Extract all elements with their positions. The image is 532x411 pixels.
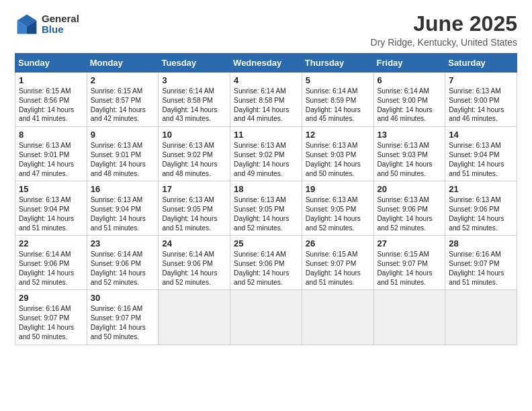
cell-line: and 44 minutes. bbox=[234, 114, 298, 124]
cell-line: and 50 minutes. bbox=[91, 332, 155, 342]
day-number: 13 bbox=[378, 130, 442, 140]
calendar-week-row: 29Sunrise: 6:16 AMSunset: 9:07 PMDayligh… bbox=[15, 290, 517, 345]
day-number: 17 bbox=[162, 184, 226, 194]
cell-line: Daylight: 14 hours bbox=[378, 214, 442, 224]
cell-line: Sunset: 9:07 PM bbox=[449, 259, 513, 269]
col-monday: Monday bbox=[87, 54, 159, 73]
table-cell: 7Sunrise: 6:13 AMSunset: 9:00 PMDaylight… bbox=[445, 73, 517, 127]
cell-line: Sunrise: 6:13 AM bbox=[306, 141, 370, 150]
table-cell: 8Sunrise: 6:13 AMSunset: 9:01 PMDaylight… bbox=[15, 127, 87, 181]
table-cell bbox=[302, 290, 373, 345]
cell-line: Sunset: 8:57 PM bbox=[91, 96, 155, 105]
main-title: June 2025 bbox=[371, 12, 517, 36]
cell-line: Sunrise: 6:16 AM bbox=[91, 304, 155, 314]
cell-line: and 52 minutes. bbox=[91, 278, 155, 287]
col-saturday: Saturday bbox=[445, 54, 517, 73]
day-number: 20 bbox=[378, 184, 442, 194]
cell-line: Daylight: 14 hours bbox=[162, 160, 226, 169]
table-cell: 28Sunrise: 6:16 AMSunset: 9:07 PMDayligh… bbox=[445, 236, 517, 290]
day-number: 4 bbox=[234, 75, 298, 85]
table-cell: 23Sunrise: 6:14 AMSunset: 9:06 PMDayligh… bbox=[87, 236, 159, 290]
cell-line: and 50 minutes. bbox=[378, 169, 442, 179]
day-number: 23 bbox=[91, 238, 155, 248]
day-number: 19 bbox=[306, 184, 370, 194]
cell-line: Sunset: 9:06 PM bbox=[449, 205, 513, 214]
cell-line: Sunset: 9:02 PM bbox=[162, 150, 226, 160]
table-cell bbox=[230, 290, 302, 345]
cell-line: Sunrise: 6:13 AM bbox=[19, 141, 83, 150]
cell-line: Sunset: 9:03 PM bbox=[378, 150, 442, 160]
cell-line: Sunset: 9:05 PM bbox=[306, 205, 370, 214]
table-cell: 20Sunrise: 6:13 AMSunset: 9:06 PMDayligh… bbox=[373, 181, 445, 236]
table-cell: 14Sunrise: 6:13 AMSunset: 9:04 PMDayligh… bbox=[445, 127, 517, 181]
calendar-week-row: 22Sunrise: 6:14 AMSunset: 9:06 PMDayligh… bbox=[15, 236, 517, 290]
cell-line: and 51 minutes. bbox=[162, 224, 226, 233]
logo-general-text: General bbox=[42, 13, 79, 25]
cell-line: Sunrise: 6:13 AM bbox=[378, 141, 442, 150]
cell-line: Sunset: 9:06 PM bbox=[91, 259, 155, 269]
day-number: 6 bbox=[378, 75, 442, 85]
cell-line: and 51 minutes. bbox=[91, 224, 155, 233]
logo-icon bbox=[15, 12, 39, 36]
cell-line: and 46 minutes. bbox=[378, 114, 442, 124]
cell-line: and 52 minutes. bbox=[378, 224, 442, 233]
cell-line: and 46 minutes. bbox=[449, 114, 513, 124]
cell-line: Sunset: 9:06 PM bbox=[162, 259, 226, 269]
table-cell: 21Sunrise: 6:13 AMSunset: 9:06 PMDayligh… bbox=[445, 181, 517, 236]
cell-line: Sunset: 9:03 PM bbox=[306, 150, 370, 160]
cell-line: and 52 minutes. bbox=[234, 278, 298, 287]
cell-line: and 51 minutes. bbox=[449, 278, 513, 287]
cell-line: Sunrise: 6:13 AM bbox=[91, 195, 155, 205]
table-cell: 11Sunrise: 6:13 AMSunset: 9:02 PMDayligh… bbox=[230, 127, 302, 181]
table-cell: 3Sunrise: 6:14 AMSunset: 8:58 PMDaylight… bbox=[159, 73, 230, 127]
cell-line: Sunrise: 6:13 AM bbox=[449, 195, 513, 205]
cell-line: and 52 minutes. bbox=[449, 224, 513, 233]
table-cell: 4Sunrise: 6:14 AMSunset: 8:58 PMDaylight… bbox=[230, 73, 302, 127]
table-cell: 16Sunrise: 6:13 AMSunset: 9:04 PMDayligh… bbox=[87, 181, 159, 236]
cell-line: Sunset: 9:01 PM bbox=[91, 150, 155, 160]
cell-line: Sunset: 9:06 PM bbox=[19, 259, 83, 269]
calendar-week-row: 8Sunrise: 6:13 AMSunset: 9:01 PMDaylight… bbox=[15, 127, 517, 181]
cell-line: Sunrise: 6:13 AM bbox=[162, 195, 226, 205]
cell-line: Daylight: 14 hours bbox=[234, 160, 298, 169]
table-cell bbox=[373, 290, 445, 345]
table-cell: 27Sunrise: 6:15 AMSunset: 9:07 PMDayligh… bbox=[373, 236, 445, 290]
cell-line: Sunrise: 6:14 AM bbox=[234, 87, 298, 96]
day-number: 10 bbox=[162, 130, 226, 140]
day-number: 16 bbox=[91, 184, 155, 194]
day-number: 5 bbox=[306, 75, 370, 85]
cell-line: Daylight: 14 hours bbox=[162, 105, 226, 115]
cell-line: Sunset: 9:04 PM bbox=[91, 205, 155, 214]
cell-line: Sunrise: 6:14 AM bbox=[378, 87, 442, 96]
table-cell: 5Sunrise: 6:14 AMSunset: 8:59 PMDaylight… bbox=[302, 73, 373, 127]
cell-line: Sunrise: 6:13 AM bbox=[449, 87, 513, 96]
cell-line: and 41 minutes. bbox=[19, 114, 83, 124]
cell-line: Sunset: 9:07 PM bbox=[378, 259, 442, 269]
cell-line: Sunset: 8:59 PM bbox=[306, 96, 370, 105]
cell-line: Daylight: 14 hours bbox=[234, 214, 298, 224]
cell-line: Sunrise: 6:15 AM bbox=[306, 250, 370, 259]
table-cell: 19Sunrise: 6:13 AMSunset: 9:05 PMDayligh… bbox=[302, 181, 373, 236]
day-number: 11 bbox=[234, 130, 298, 140]
cell-line: Daylight: 14 hours bbox=[91, 105, 155, 115]
cell-line: Sunrise: 6:14 AM bbox=[91, 250, 155, 259]
day-number: 26 bbox=[306, 238, 370, 248]
cell-line: and 52 minutes. bbox=[162, 278, 226, 287]
cell-line: Sunset: 9:04 PM bbox=[19, 205, 83, 214]
table-cell bbox=[445, 290, 517, 345]
day-number: 22 bbox=[19, 238, 83, 248]
table-cell: 13Sunrise: 6:13 AMSunset: 9:03 PMDayligh… bbox=[373, 127, 445, 181]
cell-line: Daylight: 14 hours bbox=[378, 160, 442, 169]
table-cell: 25Sunrise: 6:14 AMSunset: 9:06 PMDayligh… bbox=[230, 236, 302, 290]
cell-line: and 51 minutes. bbox=[449, 169, 513, 179]
cell-line: Sunset: 8:56 PM bbox=[19, 96, 83, 105]
cell-line: Sunrise: 6:15 AM bbox=[91, 87, 155, 96]
day-number: 25 bbox=[234, 238, 298, 248]
cell-line: and 51 minutes. bbox=[306, 278, 370, 287]
table-cell: 26Sunrise: 6:15 AMSunset: 9:07 PMDayligh… bbox=[302, 236, 373, 290]
cell-line: Sunset: 9:06 PM bbox=[378, 205, 442, 214]
cell-line: Sunrise: 6:13 AM bbox=[19, 195, 83, 205]
calendar-week-row: 1Sunrise: 6:15 AMSunset: 8:56 PMDaylight… bbox=[15, 73, 517, 127]
logo-text: General Blue bbox=[42, 13, 79, 36]
cell-line: Daylight: 14 hours bbox=[19, 214, 83, 224]
